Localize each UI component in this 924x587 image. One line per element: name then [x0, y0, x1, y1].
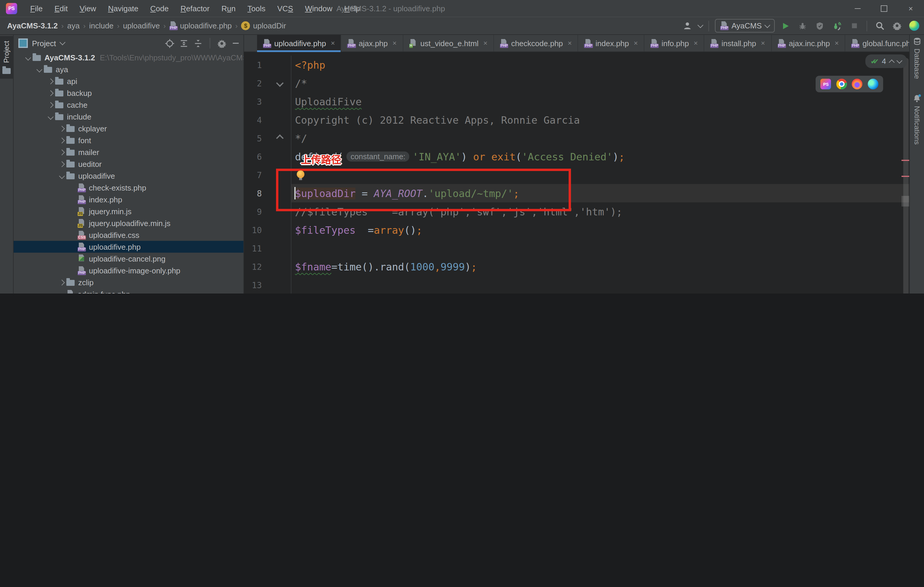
maximize-button[interactable]	[871, 0, 898, 16]
editor-tab-ajax.php[interactable]: PHPajax.php×	[342, 35, 403, 51]
tab-close-icon[interactable]: ×	[835, 39, 839, 47]
tree-chevron-icon[interactable]	[46, 91, 55, 95]
run-button[interactable]	[779, 19, 792, 32]
breadcrumb-item[interactable]: uploadifive	[123, 21, 160, 30]
chrome-icon[interactable]	[837, 79, 847, 89]
panel-settings-gear-icon[interactable]	[217, 39, 226, 48]
tool-stripe-notifications[interactable]: Notifications	[910, 94, 924, 145]
menu-item-refactor[interactable]: Refactor	[175, 2, 215, 15]
editor-tab-install.php[interactable]: PHPinstall.php×	[704, 35, 772, 51]
code-editor[interactable]: 1<?php2/*3UploadiFive4Copyright (c) 2012…	[244, 52, 909, 294]
locate-file-icon[interactable]	[165, 39, 174, 48]
editor-tab-ust_video_e.html[interactable]: Hust_video_e.html×	[403, 35, 494, 51]
tree-row-uploadifive.php[interactable]: PHPuploadifive.php	[14, 241, 243, 253]
tree-chevron-icon[interactable]	[57, 174, 66, 178]
close-button[interactable]: ×	[898, 0, 924, 16]
tree-row-uploadifive.css[interactable]: CSSuploadifive.css	[14, 229, 243, 241]
breadcrumb-item[interactable]: include	[89, 21, 114, 30]
menu-item-code[interactable]: Code	[145, 2, 174, 15]
tree-row-uploadifive-image-only.php[interactable]: PHPuploadifive-image-only.php	[14, 265, 243, 276]
tree-row-ueditor[interactable]: ueditor	[14, 158, 243, 170]
stop-button[interactable]	[848, 19, 861, 32]
editor-tab-info.php[interactable]: PHPinfo.php×	[644, 35, 705, 51]
tree-row-ckplayer[interactable]: ckplayer	[14, 122, 243, 134]
phpstorm-browser-icon[interactable]: PS	[821, 79, 831, 89]
user-dropdown-icon[interactable]	[698, 22, 703, 28]
editor-tab-uploadifive.php[interactable]: PHPuploadifive.php×	[257, 35, 342, 51]
prev-problem-icon[interactable]	[889, 59, 895, 65]
tree-row-index.php[interactable]: PHPindex.php	[14, 194, 243, 206]
tree-row-cache[interactable]: cache	[14, 99, 243, 111]
next-problem-icon[interactable]	[896, 58, 903, 64]
fold-marker[interactable]	[262, 74, 291, 92]
tree-chevron-icon[interactable]	[57, 162, 66, 166]
tree-chevron-icon[interactable]	[35, 67, 44, 71]
user-icon[interactable]	[681, 19, 694, 32]
menu-item-run[interactable]: Run	[216, 2, 241, 15]
code-with-me-icon[interactable]	[908, 19, 921, 32]
tool-stripe-project[interactable]: Project	[0, 36, 13, 79]
tree-chevron-icon[interactable]	[46, 115, 55, 118]
menu-item-vcs[interactable]: VCS	[272, 2, 298, 15]
inspections-widget[interactable]: ✔✔ 4	[865, 54, 907, 68]
breadcrumb-item[interactable]: PHPuploadifive.php	[169, 21, 232, 30]
fold-marker[interactable]	[262, 129, 291, 147]
menu-item-tools[interactable]: Tools	[242, 2, 271, 15]
tree-row-jquery.uploadifive.min.js[interactable]: JSjquery.uploadifive.min.js	[14, 217, 243, 229]
tool-stripe-database[interactable]: Database	[910, 37, 924, 79]
attach-debugger-button[interactable]	[830, 19, 843, 32]
tab-close-icon[interactable]: ×	[634, 39, 638, 47]
tree-chevron-icon[interactable]	[46, 103, 55, 107]
project-panel-title[interactable]: Project	[32, 39, 56, 48]
tree-row-include[interactable]: include	[14, 111, 243, 122]
tree-row-api[interactable]: api	[14, 75, 243, 87]
settings-gear-icon[interactable]	[890, 19, 903, 32]
breadcrumb-item[interactable]: $uploadDir	[241, 21, 286, 30]
tree-chevron-icon[interactable]	[57, 138, 66, 142]
tab-close-icon[interactable]: ×	[331, 39, 335, 47]
tree-row-jquery.min.js[interactable]: JSjquery.min.js	[14, 206, 243, 217]
tree-chevron-icon[interactable]	[57, 127, 66, 130]
tab-close-icon[interactable]: ×	[568, 39, 572, 47]
tree-chevron-icon[interactable]	[57, 280, 66, 284]
hide-panel-icon[interactable]	[232, 39, 240, 47]
menu-item-view[interactable]: View	[74, 2, 102, 15]
tree-row-zclip[interactable]: zclip	[14, 276, 243, 288]
intention-bulb-icon[interactable]	[297, 170, 304, 178]
error-stripe-mark[interactable]	[901, 176, 909, 177]
tree-row-uploadifive[interactable]: uploadifive	[14, 170, 243, 182]
tab-close-icon[interactable]: ×	[761, 39, 765, 47]
menu-item-edit[interactable]: Edit	[49, 2, 73, 15]
breadcrumb-item[interactable]: AyaCMS-3.1.2	[7, 21, 58, 30]
tab-close-icon[interactable]: ×	[694, 39, 698, 47]
tree-row-AyaCMS-3.1.2[interactable]: AyaCMS-3.1.2E:\Tools\Env\phpstudy_pro\WW…	[14, 51, 243, 63]
tree-row-check-exists.php[interactable]: PHPcheck-exists.php	[14, 182, 243, 194]
menu-item-file[interactable]: File	[25, 2, 48, 15]
tree-row-uploadifive-cancel.png[interactable]: uploadifive-cancel.png	[14, 253, 243, 265]
expand-all-icon[interactable]	[180, 39, 188, 48]
collapse-all-icon[interactable]	[194, 39, 203, 48]
breadcrumb-item[interactable]: aya	[67, 21, 80, 30]
run-with-coverage-button[interactable]	[813, 19, 826, 32]
tab-close-icon[interactable]: ×	[393, 39, 396, 47]
run-configuration-select[interactable]: PHP AyaCMS	[715, 19, 775, 33]
tree-chevron-icon[interactable]	[57, 150, 66, 154]
tree-row-font[interactable]: font	[14, 134, 243, 146]
editor-tab-checkcode.php[interactable]: PHPcheckcode.php×	[494, 35, 578, 51]
tree-row-mailer[interactable]: mailer	[14, 146, 243, 158]
firefox-icon[interactable]	[852, 79, 862, 89]
tree-row-backup[interactable]: backup	[14, 87, 243, 99]
search-everywhere-icon[interactable]	[873, 19, 886, 32]
editor-tab-index.php[interactable]: PHPindex.php×	[578, 35, 644, 51]
tree-row-aya[interactable]: aya	[14, 63, 243, 75]
debug-button[interactable]	[796, 19, 809, 32]
project-views-dropdown-icon[interactable]	[60, 39, 66, 45]
tab-close-icon[interactable]: ×	[483, 39, 487, 47]
menu-item-navigate[interactable]: Navigate	[103, 2, 144, 15]
error-stripe-mark[interactable]	[901, 160, 909, 161]
menu-item-window[interactable]: Window	[300, 2, 338, 15]
edge-icon[interactable]	[868, 79, 878, 89]
tree-row-admin.func.php[interactable]: PHPadmin.func.php	[14, 288, 243, 294]
minimize-button[interactable]	[844, 0, 871, 16]
tree-chevron-icon[interactable]	[46, 79, 55, 83]
